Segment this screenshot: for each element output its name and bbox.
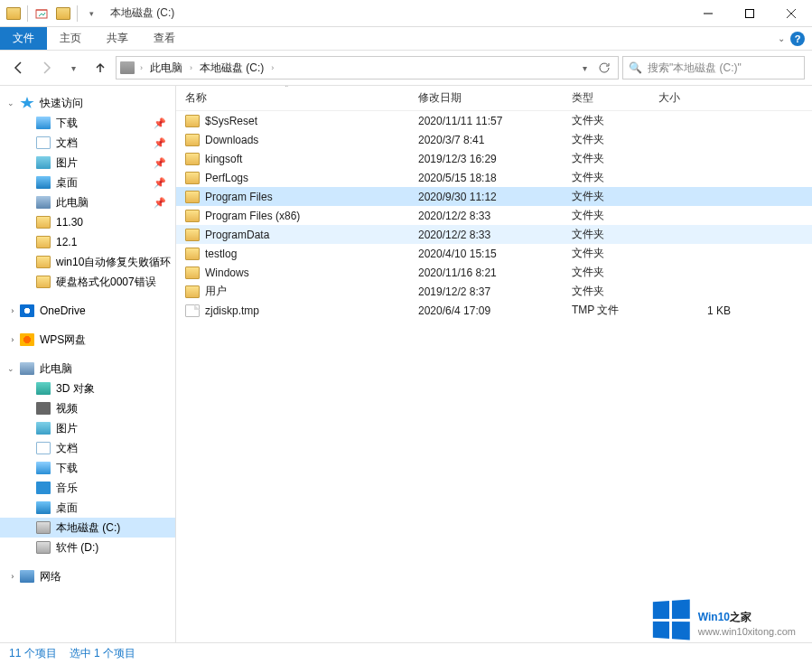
drive-icon	[36, 521, 51, 534]
tab-share[interactable]: 共享	[94, 27, 141, 50]
close-button[interactable]	[770, 0, 812, 27]
explorer-icon	[4, 4, 23, 23]
recent-locations-button[interactable]: ▾	[61, 56, 85, 79]
sidebar-item[interactable]: 11.30	[0, 212, 175, 232]
file-row[interactable]: zjdiskp.tmp2020/6/4 17:09TMP 文件1 KB	[176, 301, 812, 320]
chevron-right-icon[interactable]: ›	[188, 63, 194, 72]
column-size[interactable]: 大小	[649, 86, 749, 110]
folder-icon	[185, 267, 200, 279]
sidebar-item[interactable]: 音乐	[0, 478, 175, 498]
pin-icon: 📌	[154, 117, 166, 129]
dl-icon	[36, 117, 51, 129]
file-row[interactable]: Program Files (x86)2020/12/2 8:33文件夹	[176, 206, 812, 225]
help-icon[interactable]: ?	[790, 32, 805, 46]
sidebar-item[interactable]: 文档📌	[0, 133, 175, 153]
vid-icon	[36, 402, 51, 415]
sidebar-item[interactable]: 12.1	[0, 232, 175, 252]
pc-icon	[20, 362, 34, 375]
folder-icon	[185, 134, 200, 146]
file-row[interactable]: 用户2019/12/2 8:37文件夹	[176, 282, 812, 301]
folder-icon	[36, 276, 51, 288]
column-headers: ˄ 名称 修改日期 类型 大小	[176, 86, 812, 111]
sidebar-item[interactable]: 此电脑📌	[0, 192, 175, 212]
sidebar-item[interactable]: win10自动修复失败循环	[0, 252, 175, 272]
tab-view[interactable]: 查看	[141, 27, 188, 50]
sidebar-network[interactable]: ⌄ 网络	[0, 566, 175, 586]
folder-icon	[185, 153, 200, 165]
sidebar-item[interactable]: 3D 对象	[0, 379, 175, 398]
maximize-button[interactable]	[729, 0, 770, 27]
chevron-right-icon[interactable]: ›	[138, 63, 145, 72]
forward-button[interactable]	[34, 56, 58, 79]
watermark-title: Win10之家	[698, 603, 796, 626]
file-row[interactable]: testlog2020/4/10 15:15文件夹	[176, 244, 812, 263]
network-icon	[20, 570, 34, 583]
file-row[interactable]: Program Files2020/9/30 11:12文件夹	[176, 187, 812, 206]
pin-icon: 📌	[154, 157, 166, 169]
sidebar-item[interactable]: 下载📌	[0, 113, 175, 133]
tab-file[interactable]: 文件	[0, 27, 47, 50]
search-icon: 🔍	[629, 61, 642, 74]
music-icon	[36, 482, 51, 494]
sidebar-item[interactable]: 软件 (D:)	[0, 538, 175, 557]
sidebar-item[interactable]: 图片📌	[0, 153, 175, 173]
file-row[interactable]: PerfLogs2020/5/15 18:18文件夹	[176, 168, 812, 187]
search-box[interactable]: 🔍 搜索"本地磁盘 (C:)"	[622, 56, 805, 79]
sidebar-onedrive[interactable]: ⌄ OneDrive	[0, 301, 175, 321]
window-title: 本地磁盘 (C:)	[105, 5, 174, 21]
file-icon	[185, 304, 200, 317]
folder-icon	[185, 210, 200, 222]
file-row[interactable]: ProgramData2020/12/2 8:33文件夹	[176, 225, 812, 244]
sidebar-item[interactable]: 硬盘格式化0007错误	[0, 272, 175, 292]
status-item-count: 11 个项目	[9, 646, 57, 661]
breadcrumb-leaf[interactable]: 本地磁盘 (C:)	[198, 61, 266, 76]
qat-dropdown-icon[interactable]: ▾	[81, 4, 101, 23]
sidebar-item[interactable]: 视频	[0, 398, 175, 418]
folder-icon	[36, 256, 51, 268]
sidebar-item[interactable]: 文档	[0, 438, 175, 458]
refresh-button[interactable]	[594, 58, 614, 78]
pic-icon	[36, 422, 51, 435]
title-bar: ▾ 本地磁盘 (C:)	[0, 0, 812, 27]
ribbon-tabs: 文件 主页 共享 查看 ⌄ ?	[0, 27, 812, 51]
wps-icon	[20, 333, 34, 346]
dl-icon	[36, 462, 51, 474]
status-bar: 11 个项目 选中 1 个项目	[0, 642, 812, 664]
sort-indicator-icon: ˄	[285, 86, 289, 93]
folder-icon	[185, 115, 200, 127]
folder-icon	[36, 216, 51, 229]
address-bar[interactable]: › 此电脑 › 本地磁盘 (C:) › ▾	[116, 56, 619, 79]
sidebar-item[interactable]: 桌面	[0, 498, 175, 518]
drive-icon	[120, 61, 135, 74]
minimize-button[interactable]	[687, 0, 729, 27]
folder-icon	[185, 229, 200, 241]
column-name[interactable]: 名称	[176, 86, 409, 110]
ribbon-collapse-icon[interactable]: ⌄	[778, 33, 785, 43]
breadcrumb-root[interactable]: 此电脑	[148, 61, 184, 76]
folder-icon	[185, 248, 200, 260]
sidebar-quick-access[interactable]: ⌄ 快速访问	[0, 93, 175, 113]
file-row[interactable]: Windows2020/11/16 8:21文件夹	[176, 263, 812, 282]
column-type[interactable]: 类型	[563, 86, 649, 110]
sidebar-item[interactable]: 图片	[0, 418, 175, 438]
sidebar-wps[interactable]: ⌄ WPS网盘	[0, 330, 175, 350]
doc-icon	[36, 136, 51, 149]
chevron-right-icon[interactable]: ›	[269, 63, 275, 72]
qat-properties-icon[interactable]	[32, 4, 51, 23]
sidebar-item[interactable]: 下载	[0, 458, 175, 478]
column-date[interactable]: 修改日期	[409, 86, 563, 110]
drive-icon	[36, 541, 51, 554]
sidebar-item[interactable]: 本地磁盘 (C:)	[0, 518, 175, 538]
file-list-pane: ˄ 名称 修改日期 类型 大小 $SysReset2020/11/11 11:5…	[176, 86, 812, 642]
address-dropdown-button[interactable]: ▾	[574, 58, 594, 78]
tab-home[interactable]: 主页	[47, 27, 94, 50]
sidebar-item[interactable]: 桌面📌	[0, 173, 175, 192]
back-button[interactable]	[7, 56, 31, 79]
up-button[interactable]	[89, 56, 112, 79]
navigation-pane: ⌄ 快速访问 下载📌文档📌图片📌桌面📌此电脑📌11.3012.1win10自动修…	[0, 86, 176, 642]
folder-icon	[185, 191, 200, 203]
file-row[interactable]: kingsoft2019/12/3 16:29文件夹	[176, 149, 812, 168]
sidebar-this-pc[interactable]: ⌄ 此电脑	[0, 359, 175, 379]
file-row[interactable]: Downloads2020/3/7 8:41文件夹	[176, 130, 812, 149]
file-row[interactable]: $SysReset2020/11/11 11:57文件夹	[176, 111, 812, 130]
